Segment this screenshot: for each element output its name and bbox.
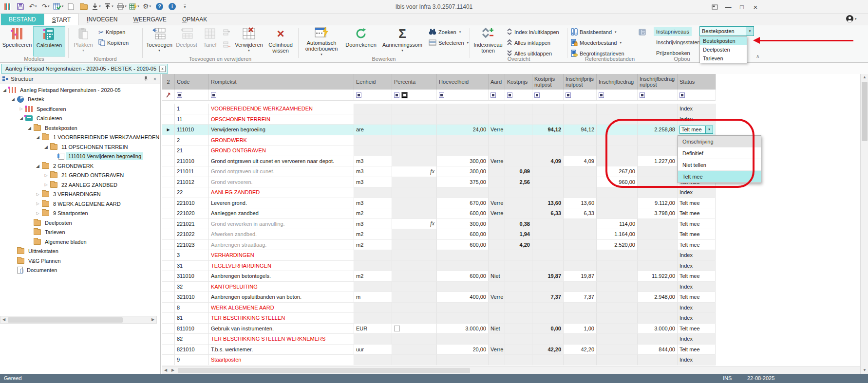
grid-row-211010[interactable]: 211010Grond ontgraven uit cunet en vervo…	[162, 156, 716, 167]
cell-kostprijs_nulpost[interactable]: 7,37	[532, 292, 564, 303]
cell-kostprijs_nulpost[interactable]	[532, 177, 564, 188]
tree-item[interactable]: V&G Plannen	[0, 256, 160, 266]
cell-kostprijs[interactable]	[505, 187, 532, 198]
cell-kostprijs_nulpost[interactable]	[532, 229, 564, 240]
cell-inschrijfprijs_nulpost[interactable]	[564, 261, 597, 272]
tree-item[interactable]: ▷3 VERHARDINGEN	[0, 190, 160, 200]
cell-inschrijfbedrag[interactable]	[597, 187, 638, 198]
cell-status[interactable]: Index	[678, 250, 716, 261]
cell-kostprijs[interactable]	[505, 261, 532, 272]
grid-row-9[interactable]: 9StaartpostenIndex	[162, 355, 716, 365]
cell-hoeveelheid[interactable]	[437, 261, 489, 272]
doorrekenen-button[interactable]: Doorrekenen	[344, 26, 378, 56]
combo-dropdown-button[interactable]: ▾	[746, 27, 754, 36]
cell-romptekst[interactable]: Grond ontgraven uit cunet en vervoeren n…	[209, 156, 354, 167]
cell-code[interactable]: 221023	[175, 240, 209, 251]
cell-aard[interactable]: Niet	[489, 271, 505, 282]
cell-inschrijfprijs_nulpost[interactable]	[564, 135, 597, 146]
knippen-button[interactable]: ✂ Knippen	[98, 27, 125, 37]
cell-kostprijs[interactable]	[505, 104, 532, 114]
cell-aard[interactable]: Verre	[489, 345, 505, 355]
cell-percenta[interactable]: fx	[392, 219, 437, 230]
cell-aard[interactable]	[489, 313, 505, 324]
cell-romptekst[interactable]: GRONDWERK	[209, 135, 354, 146]
cell-aard[interactable]: Niet	[489, 324, 505, 334]
cell-inschrijfprijs_nulpost[interactable]	[564, 229, 597, 240]
cell-status[interactable]: Telt mee▾	[678, 125, 716, 135]
cell-status[interactable]: Index	[678, 313, 716, 324]
cell-inschrijfbedrag[interactable]	[597, 345, 638, 355]
cell-status[interactable]: Index	[678, 187, 716, 198]
cell-kostprijs_nulpost[interactable]	[532, 166, 564, 177]
cell-inschrijfprijs_nulpost[interactable]	[564, 104, 597, 114]
cell-romptekst[interactable]: VOORBEREIDENDE WERKZAAMHEDEN	[209, 104, 354, 114]
cell-inschrijfbedrag_nulpost[interactable]	[638, 114, 678, 125]
cell-aard[interactable]	[489, 282, 505, 292]
grid-row-221022[interactable]: 221022Afwerken zandbed.m2600,001,941.164…	[162, 229, 716, 240]
cell-code[interactable]: 8	[175, 303, 209, 313]
cell-status[interactable]: Index	[678, 355, 716, 365]
cell-kostprijs_nulpost[interactable]	[532, 355, 564, 365]
cell-inschrijfbedrag_nulpost[interactable]: 9.112,00	[638, 198, 678, 209]
cell-eenheid[interactable]	[354, 282, 392, 292]
cell-percenta[interactable]	[392, 135, 437, 146]
tree-item[interactable]: ▷Specificeren	[0, 104, 160, 114]
cell-percenta[interactable]: fx	[392, 166, 437, 177]
ribbon-collapse-button[interactable]: ∧	[756, 54, 759, 59]
cell-inschrijfbedrag[interactable]	[597, 114, 638, 125]
tree-item[interactable]: ◢Calculeren	[0, 114, 160, 124]
cell-kostprijs_nulpost[interactable]	[532, 282, 564, 292]
cell-kostprijs_nulpost[interactable]: 94,12	[532, 125, 564, 135]
cell-kostprijs_nulpost[interactable]	[532, 187, 564, 198]
cell-eenheid[interactable]: are	[354, 125, 392, 135]
ribbon-tab-invoegen[interactable]: INVOEGEN	[79, 14, 125, 25]
cell-kostprijs_nulpost[interactable]	[532, 135, 564, 146]
cell-hoeveelheid[interactable]	[437, 313, 489, 324]
cell-inschrijfbedrag[interactable]: 960,00	[597, 177, 638, 188]
cell-inschrijfbedrag[interactable]: 267,00	[597, 166, 638, 177]
cell-kostprijs_nulpost[interactable]: 13,60	[532, 198, 564, 209]
cell-inschrijfbedrag_nulpost[interactable]	[638, 146, 678, 156]
cell-hoeveelheid[interactable]	[437, 187, 489, 198]
cell-percenta[interactable]	[392, 261, 437, 272]
cell-code[interactable]: 3	[175, 250, 209, 261]
cell-kostprijs_nulpost[interactable]: 4,09	[532, 156, 564, 167]
filter-button-hoeveelheid[interactable]	[439, 92, 444, 98]
cell-kostprijs[interactable]	[505, 271, 532, 282]
grid-row-1[interactable]: 1VOORBEREIDENDE WERKZAAMHEDENIndex	[162, 104, 716, 114]
cell-code[interactable]: 82	[175, 334, 209, 345]
cell-eenheid[interactable]	[354, 135, 392, 146]
app-logo-icon[interactable]	[2, 1, 13, 12]
calculeren-button[interactable]: Calculeren	[33, 26, 65, 56]
cell-eenheid[interactable]: m2	[354, 208, 392, 219]
cell-code[interactable]: 321010	[175, 292, 209, 303]
cell-romptekst[interactable]: Aanleggen zandbed	[209, 208, 354, 219]
cell-inschrijfbedrag_nulpost[interactable]	[638, 313, 678, 324]
cell-percenta[interactable]	[392, 345, 437, 355]
cell-eenheid[interactable]: m3	[354, 219, 392, 230]
cell-inschrijfbedrag[interactable]: 1.164,00	[597, 229, 638, 240]
cell-code[interactable]: 9	[175, 355, 209, 365]
cell-hoeveelheid[interactable]: 400,00	[437, 292, 489, 303]
cell-inschrijfbedrag_nulpost[interactable]: 11.922,00	[638, 271, 678, 282]
grid-row-211011[interactable]: 211011Grond ontgraven uit cunet.m3fx300,…	[162, 166, 716, 177]
cell-status[interactable]: Telt mee	[678, 345, 716, 355]
filter-button-code[interactable]	[177, 92, 182, 98]
cell-percenta[interactable]	[392, 146, 437, 156]
cell-eenheid[interactable]	[354, 261, 392, 272]
cell-romptekst[interactable]: AANLEG ZANDBED	[209, 187, 354, 198]
cell-code[interactable]: 1	[175, 104, 209, 114]
cell-hoeveelheid[interactable]: 20,00	[437, 345, 489, 355]
cell-kostprijs[interactable]	[505, 355, 532, 365]
specificeren-button[interactable]: Specificeren	[2, 26, 32, 56]
tree-item[interactable]: Uittrekstaten	[0, 247, 160, 256]
cell-inschrijfprijs_nulpost[interactable]: 94,12	[564, 125, 597, 135]
cell-romptekst[interactable]: KANTOPSLUITING	[209, 282, 354, 292]
cell-percenta[interactable]	[392, 271, 437, 282]
cell-kostprijs[interactable]	[505, 292, 532, 303]
grid-row-3[interactable]: 3VERHARDINGENIndex	[162, 250, 716, 261]
cell-hoeveelheid[interactable]: 300,00	[437, 156, 489, 167]
cell-kostprijs_nulpost[interactable]	[532, 261, 564, 272]
scrollbar-thumb[interactable]	[862, 82, 868, 141]
cell-eenheid[interactable]: m3	[354, 177, 392, 188]
